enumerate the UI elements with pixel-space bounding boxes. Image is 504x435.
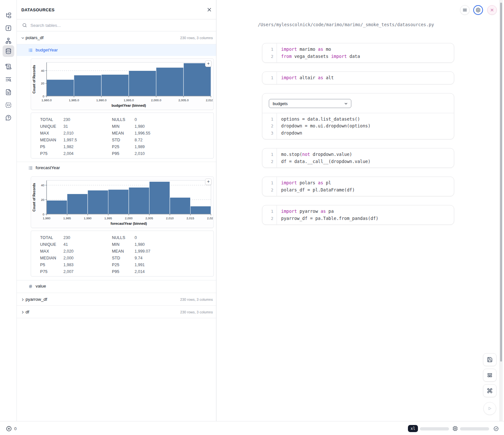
stat-label: P75 (40, 151, 63, 156)
code-cell-2: 1import altair as alt (262, 71, 454, 84)
shutdown-button[interactable] (487, 5, 497, 15)
stat-label: NULLS (112, 235, 135, 240)
code-editor[interactable]: 1import polars as pl2polars_df = pl.Data… (262, 177, 454, 196)
settings-button[interactable] (473, 5, 483, 15)
stat-label: MEDIAN (40, 256, 63, 260)
stat-value: 1,996.55 (135, 131, 210, 136)
svg-text:2,015: 2,015 (187, 216, 194, 220)
dataset-dropdown[interactable]: budgets (269, 99, 351, 108)
errors-indicator-icon[interactable] (6, 426, 12, 432)
sidebar-dependency-graph-button[interactable] (3, 35, 14, 47)
code-line[interactable]: 2from vega_datasets import data (262, 53, 454, 60)
table-row-pyarrow-df[interactable]: pyarrow_df 230 rows, 3 columns (17, 293, 216, 306)
cells-container: 1import marimo as mo2from vega_datasets … (262, 43, 454, 234)
code-line[interactable]: 2pyarrow_df = pa.Table.from_pandas(df) (262, 215, 454, 222)
code-editor[interactable]: 1options = data.list_datasets()2dropdown… (262, 113, 454, 139)
function-icon (5, 25, 12, 31)
stat-value: 1,983 (63, 263, 112, 267)
svg-text:2,000: 2,000 (125, 216, 133, 220)
sidebar-file-tree-button[interactable] (3, 10, 14, 21)
code-text: options = data.list_datasets() (281, 116, 360, 123)
code-line[interactable]: 1import altair as alt (262, 74, 454, 82)
stat-value: 230 (63, 235, 112, 240)
editor-area: /Users/mylesscolnick/code/marimo/marimo/… (216, 0, 504, 421)
sidebar-datasources-button[interactable] (3, 45, 14, 57)
close-icon[interactable] (206, 7, 212, 13)
sidebar-function-button[interactable] (3, 22, 14, 34)
stat-label: STD (112, 138, 135, 142)
line-number: 1 (262, 179, 273, 187)
column-row-forecastYear[interactable]: forecastYear (17, 162, 216, 174)
svg-text:1,990.0: 1,990.0 (96, 98, 106, 102)
sidebar-scratchpad-button[interactable] (3, 61, 14, 72)
keyboard-shortcuts-button[interactable] (483, 384, 497, 397)
notebook-menu-button[interactable] (460, 5, 470, 15)
svg-text:1,985.0: 1,985.0 (69, 98, 79, 102)
code-line[interactable]: 1import polars as pl (262, 179, 454, 187)
code-line[interactable]: 2df = data.__call__(dropdown.value) (262, 158, 454, 165)
documentation-icon (5, 89, 12, 95)
table-name: df (26, 310, 29, 314)
code-text: df = data.__call__(dropdown.value) (281, 158, 370, 165)
search-row (17, 19, 216, 31)
scrollbar-thumb[interactable] (500, 3, 502, 362)
table-row-df[interactable]: df 230 rows, 3 columns (17, 305, 216, 318)
stat-label: MEAN (112, 131, 135, 136)
svg-text:1,990: 1,990 (84, 216, 92, 220)
panel-title: DATASOURCES (21, 7, 55, 12)
hamburger-icon (462, 7, 467, 13)
chevron-down-icon (344, 102, 348, 106)
layout-toggle-button[interactable] (483, 369, 497, 382)
code-text: mo.stop(not dropdown.value) (281, 151, 352, 158)
code-line[interactable]: 3dropdown (262, 130, 454, 137)
column-row-budgetYear[interactable]: budgetYear (17, 44, 216, 56)
line-number: 3 (262, 130, 273, 137)
table-meta: 230 rows, 3 columns (180, 298, 213, 301)
line-number: 2 (262, 53, 273, 60)
column-row-value[interactable]: value (17, 280, 216, 293)
code-editor[interactable]: 1import marimo as mo2from vega_datasets … (262, 43, 454, 62)
expand-chart-button[interactable]: + (205, 179, 212, 185)
code-line[interactable]: 1import pyarrow as pa (262, 208, 454, 215)
sidebar-documentation-button[interactable] (3, 86, 14, 98)
code-cell-4: 1mo.stop(not dropdown.value)2df = data._… (262, 148, 454, 168)
stat-value: 1,980 (135, 124, 210, 129)
svg-text:1,980: 1,980 (43, 216, 50, 220)
expand-chart-button[interactable]: + (205, 60, 212, 67)
code-editor[interactable]: 1import altair as alt (262, 72, 454, 84)
forecastYear-stats-card: TOTAL230NULLS0UNIQUE41MIN1,980MAX2,020ME… (31, 231, 214, 277)
connection-status-icon[interactable] (493, 426, 499, 431)
code-editor[interactable]: 1mo.stop(not dropdown.value)2df = data._… (262, 148, 454, 168)
run-all-button[interactable] (483, 402, 496, 415)
code-line[interactable]: 1import marimo as mo (262, 46, 454, 53)
code-line[interactable]: 2polars_df = pl.DataFrame(df) (262, 187, 454, 194)
hash-icon (28, 284, 33, 288)
stat-value: 230 (63, 117, 112, 122)
snippets-icon (5, 102, 12, 108)
size-badge[interactable]: xl (408, 425, 418, 432)
stat-label: STD (112, 256, 135, 260)
line-number: 2 (262, 158, 273, 165)
file-tree-icon (5, 12, 12, 19)
code-line[interactable]: 2dropdown = mo.ui.dropdown(options) (262, 123, 454, 130)
forecastYear-stats: TOTAL230NULLS0UNIQUE41MIN1,980MAX2,020ME… (31, 231, 214, 278)
sidebar-help-button[interactable] (3, 112, 14, 124)
tool-rail (0, 0, 17, 421)
save-button[interactable] (483, 353, 497, 366)
dependency-graph-icon (5, 38, 12, 44)
code-line[interactable]: 1options = data.list_datasets() (262, 116, 454, 123)
table-row-polars-df[interactable]: polars_df 230 rows, 3 columns (17, 31, 216, 44)
table-name: pyarrow_df (26, 297, 47, 302)
stat-value: 2,000 (63, 256, 112, 260)
svg-text:40: 40 (41, 69, 44, 72)
code-editor[interactable]: 1import pyarrow as pa2pyarrow_df = pa.Ta… (262, 205, 454, 224)
stat-value: 1,982 (63, 145, 112, 149)
line-number: 2 (262, 123, 273, 130)
search-input[interactable] (30, 19, 212, 31)
sidebar-table-search-button[interactable] (3, 73, 14, 85)
code-line[interactable]: 1mo.stop(not dropdown.value) (262, 151, 454, 158)
stat-label: P25 (112, 263, 135, 267)
list-column-icon (28, 48, 33, 52)
sidebar-snippets-button[interactable] (3, 99, 14, 111)
datasources-panel: DATASOURCES polars_df 230 rows, 3 column… (17, 0, 216, 421)
